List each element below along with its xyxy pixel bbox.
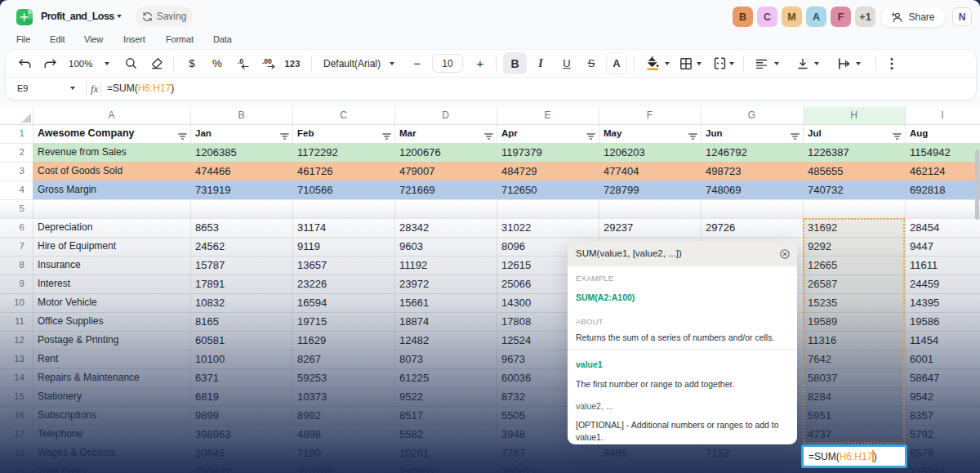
svg-text:.0: .0 — [238, 58, 243, 65]
svg-text:.00: .00 — [262, 58, 272, 65]
